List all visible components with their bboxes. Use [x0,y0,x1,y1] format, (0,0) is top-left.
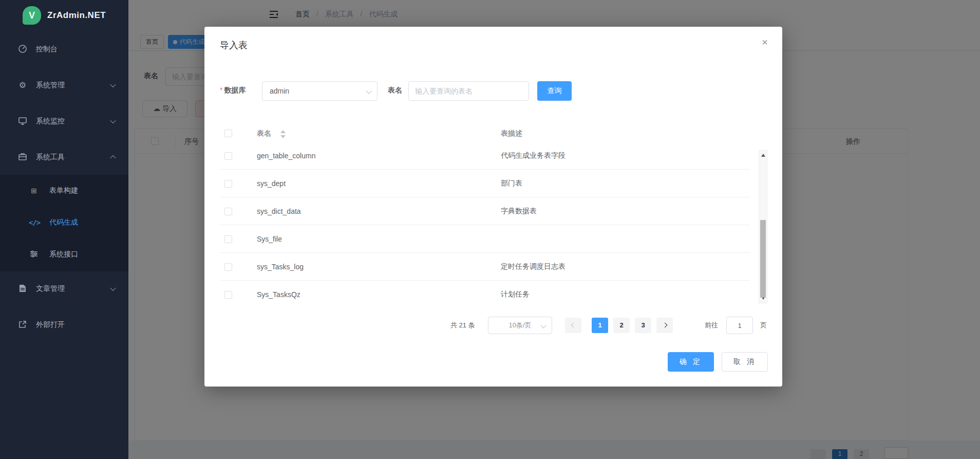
row-table-name: Sys_file [257,235,282,243]
pager-page-3[interactable]: 3 [635,318,651,333]
sidebar-item-label: 系统监控 [36,117,65,126]
app-logo[interactable]: V ZrAdmin.NET [0,0,128,31]
sidebar-submenu: ⊞ 表单构建 </> 代码生成 系统接口 [0,175,128,271]
dialog-query-form: *数据库 admin 表名 查询 [204,81,782,101]
page-size-value: 10条/页 [508,321,531,329]
col-table-desc: 表描述 [501,129,522,138]
row-table-desc: 计划任务 [501,290,530,299]
confirm-button[interactable]: 确 定 [668,352,714,372]
row-table-desc: 定时任务调度日志表 [501,262,566,271]
sidebar-item-label: 系统工具 [36,153,65,162]
table-row[interactable]: sys_Tasks_log 定时任务调度日志表 [220,253,750,281]
chevron-up-icon [110,155,116,161]
row-table-name: Sys_TasksQz [257,290,300,299]
sidebar-item-code-generation[interactable]: </> 代码生成 [0,207,128,238]
row-table-name: sys_dict_data [257,207,301,215]
sidebar-item-label: 外部打开 [36,320,65,329]
row-checkbox[interactable] [224,291,232,299]
sort-carets-icon[interactable] [280,130,286,139]
table-row[interactable]: gen_table_column 代码生成业务表字段 [220,150,750,170]
chevron-down-icon [540,322,546,328]
close-icon[interactable]: × [759,36,771,48]
pager-goto-label: 前往 [705,321,718,330]
sidebar: V ZrAdmin.NET 控制台 ⚙ 系统管理 系统监控 系统工具 ⊞ 表单构… [0,0,128,459]
table-name-label: 表名 [388,86,402,95]
table-row[interactable]: Sys_TasksQz 计划任务 [220,281,750,303]
row-checkbox[interactable] [224,208,232,215]
dialog-title: 导入表 [220,39,248,51]
required-asterisk: * [220,86,222,94]
import-table-dialog: 导入表 × *数据库 admin 表名 查询 表名 表描述 gen_table_… [204,27,782,387]
logo-icon: V [23,6,41,25]
dialog-table-header: 表名 表描述 [204,121,782,150]
sidebar-item-label: 表单构建 [49,186,78,195]
toolbox-icon [17,152,28,162]
sidebar-item-external-open[interactable]: 外部打开 [0,310,128,339]
scroll-up-icon[interactable] [761,154,765,157]
col-table-name: 表名 [257,129,271,138]
sliders-icon [29,249,39,260]
dialog-table-body: gen_table_column 代码生成业务表字段 sys_dept 部门表 … [204,150,757,303]
sidebar-item-article-manage[interactable]: 文章管理 [0,274,128,303]
sidebar-item-label: 代码生成 [49,218,78,227]
row-table-name: gen_table_column [257,152,315,160]
code-icon: </> [29,217,39,228]
select-all-checkbox[interactable] [224,130,232,137]
row-table-name: sys_Tasks_log [257,263,304,271]
external-link-icon [17,320,28,330]
gear-icon: ⚙ [17,80,28,90]
chevron-down-icon [366,88,371,94]
table-scrollbar[interactable] [759,150,767,303]
pager-prev-button[interactable] [565,318,581,333]
database-label: *数据库 [220,86,246,95]
monitor-icon [17,116,28,126]
database-select-value: admin [270,87,289,95]
sidebar-item-system-monitor[interactable]: 系统监控 [0,107,128,136]
table-row[interactable]: sys_dict_data 字典数据表 [220,197,750,225]
pagination-total: 共 21 条 [450,321,475,330]
pager-page-2[interactable]: 2 [613,318,630,333]
sidebar-item-form-builder[interactable]: ⊞ 表单构建 [0,175,128,207]
row-table-desc: 部门表 [501,179,522,188]
page-size-select[interactable]: 10条/页 [488,317,552,334]
sidebar-item-dashboard[interactable]: 控制台 [0,35,128,64]
pager-page-1[interactable]: 1 [592,318,608,333]
sidebar-item-label: 控制台 [36,45,58,54]
chevron-down-icon [110,82,116,87]
document-icon [17,284,28,294]
grid-icon: ⊞ [29,186,39,196]
pager-goto-unit: 页 [760,321,767,330]
chevron-down-icon [110,118,116,123]
table-row[interactable]: Sys_file [220,225,750,253]
row-checkbox[interactable] [224,235,232,243]
pager-next-button[interactable] [656,318,673,333]
scrollbar-thumb[interactable] [760,220,766,298]
chevron-down-icon [110,285,116,291]
row-table-desc: 字典数据表 [501,207,537,216]
sidebar-item-system-api[interactable]: 系统接口 [0,238,128,270]
sidebar-item-system-manage[interactable]: ⚙ 系统管理 [0,71,128,100]
sort-desc-icon [280,135,286,138]
dialog-pagination: 共 21 条 10条/页 1 2 3 前往 页 [204,315,782,335]
row-checkbox[interactable] [224,180,232,188]
database-select[interactable]: admin [262,81,378,101]
dashboard-icon [17,44,28,54]
sort-asc-icon [280,130,286,133]
cancel-button[interactable]: 取 消 [722,352,768,372]
row-table-name: sys_dept [257,179,286,188]
row-checkbox[interactable] [224,263,232,271]
sidebar-item-label: 系统管理 [36,81,65,90]
row-table-desc: 代码生成业务表字段 [501,151,566,160]
sidebar-item-label: 文章管理 [36,284,65,293]
pager-goto-input[interactable] [726,317,753,334]
sidebar-item-system-tools[interactable]: 系统工具 [0,143,128,172]
table-row[interactable]: sys_dept 部门表 [220,170,750,197]
sidebar-item-label: 系统接口 [49,250,78,259]
table-name-input[interactable] [408,81,529,101]
query-button[interactable]: 查询 [537,81,572,101]
row-checkbox[interactable] [224,152,232,160]
app-title: ZrAdmin.NET [47,10,106,21]
